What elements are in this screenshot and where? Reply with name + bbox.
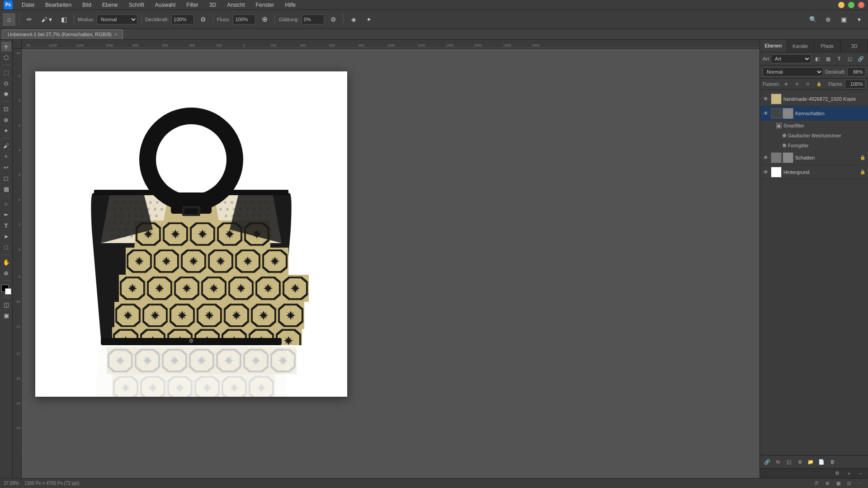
- eyedropper-tool[interactable]: ⊕: [1, 115, 11, 125]
- blend-mode-select[interactable]: Normal Multiplizieren: [763, 67, 823, 76]
- zoom-tool[interactable]: ⊕: [1, 268, 11, 278]
- layer-style-btn[interactable]: ◧: [813, 54, 822, 63]
- eraser-tool[interactable]: ◻: [1, 173, 11, 183]
- pen-tool[interactable]: ✒: [1, 210, 11, 220]
- lock-pos-btn[interactable]: ⊕: [782, 80, 791, 89]
- new-group-btn[interactable]: 📁: [806, 457, 815, 466]
- status-timeline-btn[interactable]: ⏱: [812, 479, 821, 488]
- canvas-viewport[interactable]: [22, 49, 760, 478]
- path-select-tool[interactable]: ➤: [1, 231, 11, 241]
- move-tool[interactable]: ✛: [1, 42, 11, 52]
- density-input[interactable]: [171, 14, 194, 24]
- status-more-btn[interactable]: ▦: [834, 479, 843, 488]
- visibility-eye-3[interactable]: 👁: [763, 155, 769, 161]
- shape-tool[interactable]: □: [1, 242, 11, 252]
- layer-filter-btn[interactable]: ▦: [824, 54, 833, 63]
- smooth-input[interactable]: [302, 14, 324, 24]
- menu-bearbeiten[interactable]: Bearbeiten: [43, 1, 73, 9]
- brush-tool-btn[interactable]: ✏: [23, 13, 36, 26]
- menu-schrift[interactable]: Schrift: [127, 1, 146, 9]
- menu-ansicht[interactable]: Ansicht: [225, 1, 246, 9]
- magic-wand-tool[interactable]: ✱: [1, 89, 11, 99]
- menu-3d[interactable]: 3D: [208, 1, 218, 9]
- home-btn[interactable]: ⌂: [3, 13, 15, 26]
- symmetry-btn[interactable]: ✦: [363, 13, 375, 26]
- tab-close-btn[interactable]: ×: [114, 32, 117, 37]
- window-minimize-btn[interactable]: -: [838, 2, 844, 8]
- menu-filter[interactable]: Filter: [184, 1, 200, 9]
- screen-mode-btn[interactable]: ▣: [1, 310, 11, 320]
- crop-tool[interactable]: ⊡: [1, 104, 11, 114]
- layer-kernschatten[interactable]: 👁 Kernschatten: [760, 106, 868, 121]
- menu-ebene[interactable]: Ebene: [100, 1, 120, 9]
- visibility-eye-1[interactable]: 👁: [763, 96, 769, 102]
- art-select[interactable]: Art: [771, 54, 811, 63]
- airbrush-btn[interactable]: ⊕: [258, 13, 271, 26]
- smartfilter-formgitter[interactable]: Formgitter: [774, 141, 868, 150]
- smartfilter-header[interactable]: ▦ Smartfilter: [774, 121, 868, 131]
- lock-art-btn[interactable]: ⊙: [803, 80, 812, 89]
- text-tool[interactable]: T: [1, 221, 11, 230]
- lock-move-btn[interactable]: ✛: [793, 80, 802, 89]
- add-mask-btn[interactable]: ◱: [784, 457, 793, 466]
- tab-kanaele[interactable]: Kanäle: [787, 40, 814, 52]
- text-btn[interactable]: T: [835, 54, 844, 63]
- delete-layer-btn[interactable]: 🗑: [828, 457, 837, 466]
- menu-bild[interactable]: Bild: [80, 1, 93, 9]
- spot-heal-tool[interactable]: ✦: [1, 126, 11, 136]
- angle-btn[interactable]: ◈: [347, 13, 360, 26]
- zoom-btn[interactable]: ⊕: [822, 13, 835, 26]
- layer-hintergrund[interactable]: 👁 Hintergrund 🔒: [760, 165, 868, 179]
- artboard-tool[interactable]: ⬡: [1, 52, 11, 62]
- density-settings-btn[interactable]: ⚙: [197, 13, 209, 26]
- menu-auswahl[interactable]: Auswahl: [153, 1, 177, 9]
- flow-input[interactable]: [233, 14, 255, 24]
- smooth-settings-btn[interactable]: ⚙: [327, 13, 340, 26]
- link-btn[interactable]: 🔗: [856, 54, 865, 63]
- panel-new-btn[interactable]: +: [844, 469, 854, 478]
- visibility-eye-4[interactable]: 👁: [763, 169, 769, 175]
- clone-stamp-tool[interactable]: ✧: [1, 151, 11, 161]
- status-arrange-btn[interactable]: ⊡: [844, 479, 854, 488]
- opacity-input[interactable]: [847, 67, 865, 76]
- search-workspace-btn[interactable]: 🔍: [807, 13, 819, 26]
- brush-options-btn[interactable]: 🖌 ▾: [38, 13, 55, 26]
- layer-mask-btn[interactable]: ◧: [57, 13, 70, 26]
- fill-input[interactable]: [845, 80, 865, 89]
- document-tab[interactable]: Unbenannt-1 bei 27,7% (Kernschatten, RGB…: [2, 29, 123, 39]
- layer-handmade-copy[interactable]: 👁 handmade-4926872_1920 Kopie: [760, 92, 868, 106]
- selection-tool[interactable]: ⬚: [1, 67, 11, 77]
- dodge-tool[interactable]: ○: [1, 199, 11, 209]
- menu-hilfe[interactable]: Hilfe: [283, 1, 297, 9]
- workspace-btn[interactable]: ▾: [853, 13, 865, 26]
- status-settings-btn[interactable]: ⋯: [855, 479, 864, 488]
- history-brush-tool[interactable]: ↩: [1, 162, 11, 172]
- panel-delete-btn[interactable]: −: [856, 469, 865, 478]
- visibility-eye-2[interactable]: 👁: [763, 110, 769, 117]
- link-layers-btn[interactable]: 🔗: [763, 457, 772, 466]
- panel-settings-btn[interactable]: ⚙: [833, 469, 842, 478]
- window-close-btn[interactable]: ×: [858, 2, 864, 8]
- tab-3d[interactable]: 3D: [841, 40, 868, 52]
- tab-ebenen[interactable]: Ebenen: [760, 40, 787, 52]
- quick-mask-btn[interactable]: ◫: [1, 300, 11, 310]
- menu-fenster[interactable]: Fenster: [254, 1, 276, 9]
- tab-pfade[interactable]: Pfade: [814, 40, 841, 52]
- layer-mask-panel-btn[interactable]: ◱: [845, 54, 854, 63]
- new-layer-btn[interactable]: 📄: [817, 457, 826, 466]
- layer-schatten[interactable]: 👁 Schatten 🔒: [760, 150, 868, 165]
- gradient-tool[interactable]: ▦: [1, 184, 11, 194]
- background-color[interactable]: [5, 288, 11, 295]
- hand-tool[interactable]: ✋: [1, 257, 11, 267]
- menu-datei[interactable]: Datei: [20, 1, 36, 9]
- arrange-btn[interactable]: ▣: [837, 13, 850, 26]
- window-maximize-btn[interactable]: [848, 2, 854, 8]
- brush-tool[interactable]: 🖌: [1, 141, 11, 150]
- add-adjustment-btn[interactable]: ⊕: [795, 457, 804, 466]
- mode-select[interactable]: Normal Multiplizieren Abwedeln: [97, 14, 137, 24]
- status-grid-btn[interactable]: ⊞: [823, 479, 832, 488]
- smartfilter-gauss[interactable]: Gaußscher Weichzeichner: [774, 131, 868, 141]
- lock-all-btn[interactable]: 🔒: [814, 80, 823, 89]
- lasso-tool[interactable]: ⊙: [1, 78, 11, 88]
- layer-fx-btn[interactable]: fx: [774, 457, 783, 466]
